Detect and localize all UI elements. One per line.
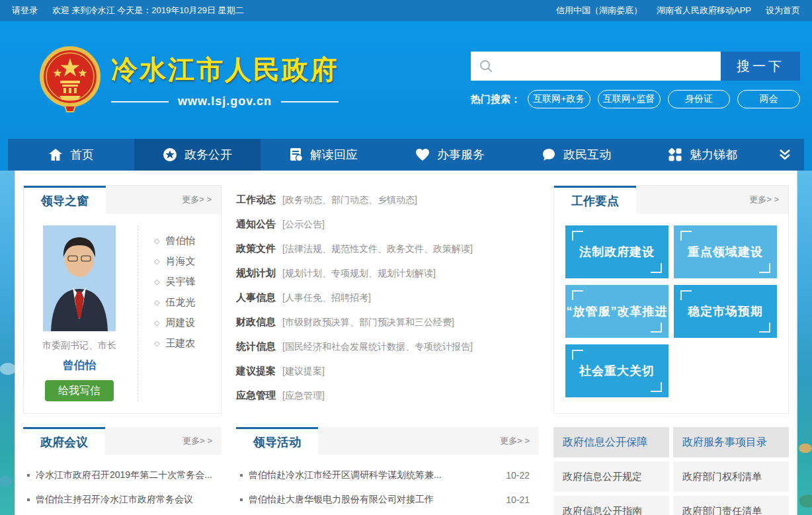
gov-meetings-section: 政府会议 更多> > 冷水江市政府召开2019年第二十次常务会... 曾伯怡主持… [23, 427, 222, 515]
category-sublinks[interactable]: [规划计划、专项规划、规划计划解读] [282, 268, 436, 280]
leader-window-section: 领导之窗 更多> > [23, 185, 222, 414]
leader-window-more-link[interactable]: 更多> > [182, 194, 212, 206]
nav-item-home[interactable]: 首页 [8, 139, 134, 171]
category-link[interactable]: 政策文件 [236, 243, 276, 255]
hot-tag-internet-supervision[interactable]: 互联网+监督 [598, 90, 661, 108]
hot-tag-id-card[interactable]: 身份证 [668, 90, 731, 108]
nav-label: 办事服务 [437, 147, 485, 163]
link-disclosure-regulations[interactable]: 政府信息公开规定 [553, 461, 669, 492]
category-link[interactable]: 人事信息 [236, 292, 276, 304]
category-row: 财政信息[市级财政预决算、部门预决算和三公经费] [236, 310, 539, 335]
search-input[interactable] [493, 52, 713, 81]
document-icon [290, 147, 303, 162]
leader-name[interactable]: 曾伯怡 [33, 358, 126, 373]
nav-item-interpretation[interactable]: 解读回应 [261, 139, 387, 171]
site-url: www.lsj.gov.cn [178, 95, 272, 108]
divider [281, 101, 339, 102]
nav-item-services[interactable]: 办事服务 [387, 139, 513, 171]
category-row: 应急管理[应急管理] [236, 383, 539, 408]
leader-link[interactable]: ◇伍龙光 [154, 292, 195, 313]
category-sublinks[interactable]: [政务动态、部门动态、乡镇动态] [282, 194, 417, 206]
category-link[interactable]: 统计信息 [236, 340, 276, 353]
link-disclosure-guide[interactable]: 政府信息公开指南 [553, 496, 669, 515]
nav-item-interaction[interactable]: 政民互动 [513, 139, 639, 171]
activity-news-item[interactable]: 曾伯怡赴冷水江市经开区调研科学谋划统筹兼... 10-22 [240, 463, 530, 487]
diamond-bullet-icon: ◇ [154, 319, 159, 327]
grid-icon [668, 147, 682, 162]
category-link[interactable]: 财政信息 [236, 316, 276, 329]
category-row: 规划计划[规划计划、专项规划、规划计划解读] [236, 261, 539, 286]
category-sublinks[interactable]: [应急管理] [282, 390, 325, 402]
nav-item-gov-disclosure[interactable]: 政务公开 [134, 139, 261, 171]
tile-social-concerns[interactable]: 社会重大关切 [565, 344, 669, 397]
hot-tag-two-sessions[interactable]: 两会 [737, 90, 800, 108]
category-row: 人事信息[人事任免、招聘招考] [236, 286, 539, 310]
site-header: 冷水江市人民政府 www.lsj.gov.cn 搜一下 热门搜索： [0, 21, 812, 171]
category-sublinks[interactable]: [市级财政预决算、部门预决算和三公经费] [282, 317, 454, 329]
link-power-list[interactable]: 政府部门权利清单 [673, 461, 789, 492]
leader-link[interactable]: ◇周建设 [154, 313, 195, 333]
news-date: 10-21 [506, 495, 530, 505]
category-row: 统计信息[国民经济和社会发展统计数据、专项统计报告] [236, 335, 539, 359]
topbar: 请登录 欢迎 来到冷水江 今天是：2019年10月29日 星期二 信用中国（湖南… [0, 0, 812, 21]
col-header-disclosure-guarantee[interactable]: 政府信息公开保障 [553, 427, 669, 457]
hunan-gov-app-link[interactable]: 湖南省人民政府移动APP [657, 5, 751, 17]
welcome-text: 欢迎 来到冷水江 今天是：2019年10月29日 星期二 [52, 5, 244, 17]
set-homepage-link[interactable]: 设为首页 [766, 5, 800, 17]
star-icon [163, 147, 177, 162]
leader-link[interactable]: ◇王建农 [154, 333, 195, 354]
content-panel: 领导之窗 更多> > [15, 171, 797, 515]
hot-tag-internet-gov[interactable]: 互联网+政务 [528, 90, 590, 108]
work-points-more-link[interactable]: 更多> > [749, 194, 779, 206]
nav-label: 魅力锑都 [690, 147, 737, 163]
category-link[interactable]: 工作动态 [236, 194, 276, 206]
category-sublinks[interactable]: [法律法规、规范性文件、政务文件、政策解读] [282, 243, 473, 255]
leader-activities-tab[interactable]: 领导活动 [236, 427, 318, 455]
search-button[interactable]: 搜一下 [721, 52, 800, 81]
leader-window-tab[interactable]: 领导之窗 [24, 186, 106, 214]
double-chevron-down-icon [778, 148, 792, 161]
category-link[interactable]: 规划计划 [236, 267, 276, 280]
chat-icon [542, 147, 556, 162]
diamond-bullet-icon: ◇ [154, 278, 159, 286]
nav-item-charm-city[interactable]: 魅力锑都 [639, 139, 766, 171]
category-sublinks[interactable]: [公示公告] [282, 219, 325, 231]
leader-link[interactable]: ◇吴宇锋 [154, 272, 195, 292]
divider [111, 101, 169, 102]
work-points-tab[interactable]: 工作要点 [554, 186, 636, 214]
tile-key-areas[interactable]: 重点领域建设 [674, 225, 777, 278]
info-directory-table: 政府信息公开保障 政府服务事项目录 政府信息公开规定 政府部门权利清单 政府信息… [553, 427, 789, 515]
credit-china-link[interactable]: 信用中国（湖南娄底） [556, 5, 642, 17]
search-icon [479, 59, 493, 73]
gov-meetings-tab[interactable]: 政府会议 [23, 427, 105, 455]
home-icon [48, 148, 63, 161]
leader-link[interactable]: ◇曾伯怡 [154, 231, 195, 251]
category-link[interactable]: 建议提案 [236, 365, 276, 377]
col-header-service-directory[interactable]: 政府服务事项目录 [673, 427, 789, 457]
write-to-me-button[interactable]: 给我写信 [45, 380, 114, 401]
tile-fangguanfu-reform[interactable]: “放管服”改革推进 [565, 285, 669, 338]
link-responsibility-list[interactable]: 政府部门责任清单 [673, 496, 789, 515]
square-bullet-icon [27, 498, 30, 501]
gov-meetings-more-link[interactable]: 更多> > [183, 435, 212, 447]
category-sublinks[interactable]: [国民经济和社会发展统计数据、专项统计报告] [282, 341, 473, 353]
work-points-section: 工作要点 更多> > 法制政府建设 重点领域建设 “放管服”改革推进 稳定市场预… [553, 185, 789, 414]
category-link[interactable]: 应急管理 [236, 389, 276, 402]
site-title: 冷水江市人民政府 [111, 52, 339, 88]
nav-expand-button[interactable] [766, 139, 804, 171]
meeting-news-item[interactable]: 曾伯怡主持召开冷水江市政府常务会议 [27, 487, 212, 512]
activity-news-item[interactable]: 曾伯怡赴大唐华银电力股份有限公司对接工作 10-21 [240, 487, 530, 512]
search-box [471, 52, 721, 81]
category-sublinks[interactable]: [人事任免、招聘招考] [282, 292, 371, 304]
leader-activities-more-link[interactable]: 更多> > [500, 435, 530, 447]
info-category-list: 工作动态[政务动态、部门动态、乡镇动态] 通知公告[公示公告] 政策文件[法律法… [236, 185, 539, 414]
category-link[interactable]: 通知公告 [236, 218, 276, 231]
tile-law-government[interactable]: 法制政府建设 [565, 225, 669, 278]
tile-market-expectation[interactable]: 稳定市场预期 [674, 285, 777, 338]
category-row: 通知公告[公示公告] [236, 212, 539, 237]
meeting-news-item[interactable]: 冷水江市政府召开2019年第二十次常务会... [27, 463, 212, 487]
login-link[interactable]: 请登录 [12, 5, 38, 17]
leader-link[interactable]: ◇肖海文 [154, 251, 195, 272]
page-background: 领导之窗 更多> > [0, 171, 812, 515]
category-sublinks[interactable]: [建议提案] [282, 366, 325, 377]
